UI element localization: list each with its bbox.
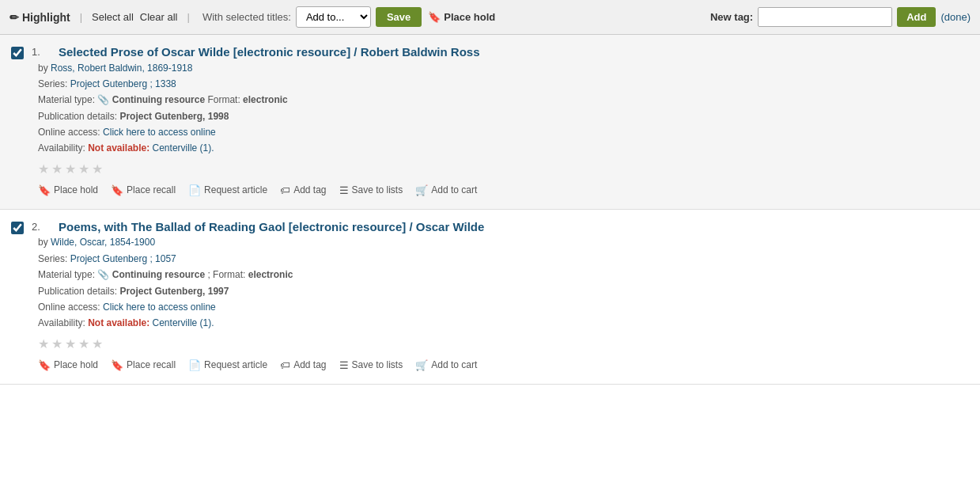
result-item-1: 1. Selected Prose of Oscar Wilde [electr… [0,35,980,210]
pub-label-2: Publication details: [38,286,117,297]
result-checkbox-1[interactable] [11,47,24,59]
request-article-button-2[interactable]: 📄 Request article [188,358,267,373]
result-header-2: 2. Poems, with The Ballad of Reading Gao… [11,219,969,235]
place-hold-label-1: Place hold [54,184,98,195]
add-tag-button-2[interactable]: 🏷 Add tag [280,358,326,373]
add-tag-icon-2: 🏷 [280,359,290,371]
save-to-lists-label-2: Save to lists [352,359,403,370]
request-article-label-2: Request article [204,359,267,370]
star-1-2[interactable]: ★ [51,161,62,176]
by-label-2: by [38,237,48,248]
result-pub-row-2: Publication details: Project Gutenberg, … [38,283,969,299]
format-label-1: Format: [207,94,240,105]
add-tag-button[interactable]: Add [897,7,936,27]
place-hold-label-2: Place hold [54,359,98,370]
online-link-2[interactable]: Click here to access online [103,302,216,313]
material-type-1: Continuing resource [112,94,205,105]
bookmark-icon: 🔖 [428,11,441,23]
not-available-label-2: Not available: [88,317,149,328]
avail-label-1: Availability: [38,142,85,154]
result-checkbox-2[interactable] [11,222,24,234]
action-bar-2: 🔖 Place hold 🔖 Place recall 📄 Request ar… [38,358,969,373]
result-title-link-1[interactable]: Selected Prose of Oscar Wilde [electroni… [59,44,480,60]
star-1-1[interactable]: ★ [38,161,49,176]
add-tag-icon-1: 🏷 [280,184,290,196]
place-recall-button-1[interactable]: 🔖 Place recall [111,183,176,198]
location-link-2[interactable]: Centerville (1). [153,317,214,328]
new-tag-input[interactable] [758,7,892,27]
highlight-label: Highlight [22,11,70,24]
add-to-cart-button-1[interactable]: 🛒 Add to cart [415,183,477,198]
separator-2: | [187,11,189,23]
place-recall-label-2: Place recall [127,359,176,370]
star-2-2[interactable]: ★ [51,336,62,351]
star-1-4[interactable]: ★ [78,161,89,176]
material-label-1: Material type: [38,94,95,105]
toolbar: ✏ Highlight | Select all Clear all | Wit… [0,0,980,35]
star-1-5[interactable]: ★ [92,161,103,176]
save-button[interactable]: Save [376,7,422,27]
online-link-1[interactable]: Click here to access online [103,127,216,138]
material-type-2: Continuing resource [112,269,205,280]
result-online-row-1: Online access: Click here to access onli… [38,124,969,140]
clear-all-button[interactable]: Clear all [140,11,178,23]
result-series-row-1: Series: Project Gutenberg ; 1338 [38,76,969,92]
result-avail-row-1: Availability: Not available: Centerville… [38,140,969,156]
result-author-row-2: by Wilde, Oscar, 1854-1900 [38,234,969,250]
result-avail-row-2: Availability: Not available: Centerville… [38,315,969,331]
request-article-icon-2: 📄 [188,359,201,371]
checkbox-col-2 [11,219,24,234]
star-2-3[interactable]: ★ [65,336,76,351]
material-label-2: Material type: [38,269,95,280]
add-cart-icon-2: 🛒 [415,359,428,371]
add-tag-label-1: Add tag [293,184,326,195]
action-bar-1: 🔖 Place hold 🔖 Place recall 📄 Request ar… [38,183,969,198]
location-link-1[interactable]: Centerville (1). [153,142,214,154]
new-tag-area: New tag: Add (done) [710,7,971,27]
place-recall-button-2[interactable]: 🔖 Place recall [111,358,176,373]
add-to-cart-label-2: Add to cart [431,359,477,370]
add-cart-icon-1: 🛒 [415,184,428,196]
result-title-link-2[interactable]: Poems, with The Ballad of Reading Gaol [… [59,219,484,235]
series-label-1: Series: [38,78,67,89]
material-icon-1: 📎 [97,94,112,105]
star-1-3[interactable]: ★ [65,161,76,176]
request-article-button-1[interactable]: 📄 Request article [188,183,267,198]
result-series-link-2[interactable]: Project Gutenberg ; 1057 [70,253,176,264]
avail-label-2: Availability: [38,317,85,328]
place-hold-button-1[interactable]: 🔖 Place hold [38,183,98,198]
place-hold-toolbar-label: Place hold [444,11,495,23]
star-2-5[interactable]: ★ [92,336,103,351]
pub-value-1: Project Gutenberg, 1998 [119,111,229,122]
online-label-1: Online access: [38,127,100,138]
new-tag-label: New tag: [710,11,753,23]
done-link[interactable]: (done) [940,11,971,23]
pencil-icon: ✏ [9,11,19,24]
result-author-row-1: by Ross, Robert Baldwin, 1869-1918 [38,60,969,76]
add-to-cart-button-2[interactable]: 🛒 Add to cart [415,358,477,373]
select-all-button[interactable]: Select all [92,11,134,23]
request-article-label-1: Request article [204,184,267,195]
add-to-cart-label-1: Add to cart [431,184,477,195]
add-to-select[interactable]: Add to... New list... Cart [296,6,371,28]
star-2-4[interactable]: ★ [78,336,89,351]
result-author-link-1[interactable]: Ross, Robert Baldwin, 1869-1918 [51,63,192,74]
star-2-1[interactable]: ★ [38,336,49,351]
result-number-2: 2. [32,219,51,233]
add-tag-button-1[interactable]: 🏷 Add tag [280,183,326,198]
save-to-lists-button-1[interactable]: ☰ Save to lists [339,183,403,198]
stars-2: ★ ★ ★ ★ ★ [38,336,969,351]
place-hold-icon-2: 🔖 [38,359,51,371]
pub-label-1: Publication details: [38,111,117,122]
stars-1: ★ ★ ★ ★ ★ [38,161,969,176]
result-material-row-1: Material type: 📎 Continuing resource For… [38,92,969,108]
save-to-lists-button-2[interactable]: ☰ Save to lists [339,358,403,373]
result-series-link-1[interactable]: Project Gutenberg ; 1338 [70,78,176,89]
result-meta-1: by Ross, Robert Baldwin, 1869-1918 Serie… [38,60,969,157]
place-hold-button-2[interactable]: 🔖 Place hold [38,358,98,373]
save-to-lists-label-1: Save to lists [352,184,403,195]
place-hold-toolbar-button[interactable]: 🔖 Place hold [428,11,495,23]
result-author-link-2[interactable]: Wilde, Oscar, 1854-1900 [51,237,155,248]
place-recall-icon-2: 🔖 [111,359,123,371]
format-label-2: ; Format: [207,269,248,280]
